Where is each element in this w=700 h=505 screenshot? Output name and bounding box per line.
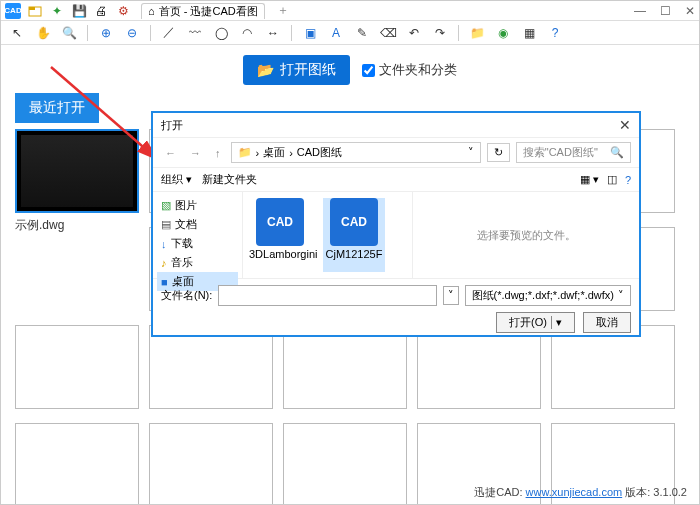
empty-slot bbox=[149, 423, 273, 505]
tree-downloads[interactable]: ↓下载 bbox=[157, 234, 238, 253]
arc-tool-icon[interactable]: ◠ bbox=[239, 25, 255, 41]
help-icon[interactable]: ? bbox=[547, 25, 563, 41]
file-label: CjM12125F bbox=[323, 248, 385, 260]
view-mode-button[interactable]: ▦ ▾ bbox=[580, 173, 599, 186]
tab-label: 首页 - 迅捷CAD看图 bbox=[159, 4, 258, 19]
empty-slot bbox=[15, 325, 139, 409]
organize-menu[interactable]: 组织 ▾ bbox=[161, 172, 192, 187]
dialog-title: 打开 bbox=[161, 118, 183, 133]
folder-icon: 📂 bbox=[257, 62, 274, 78]
toolbar: ↖ ✋ 🔍 ⊕ ⊖ ／ 〰 ◯ ◠ ↔ ▣ A ✎ ⌫ ↶ ↷ 📁 ◉ ▦ ? bbox=[1, 21, 699, 45]
address-bar[interactable]: 📁 › 桌面 › CAD图纸 ˅ bbox=[231, 142, 481, 163]
close-button[interactable]: ✕ bbox=[685, 4, 695, 18]
footer: 迅捷CAD: www.xunjiecad.com 版本: 3.1.0.2 bbox=[474, 485, 687, 500]
svg-rect-1 bbox=[29, 7, 35, 10]
path-segment[interactable]: 桌面 bbox=[263, 145, 285, 160]
nav-tree: ▧图片 ▤文档 ↓下载 ♪音乐 ■桌面 bbox=[153, 192, 243, 278]
footer-version: 版本: 3.1.0.2 bbox=[625, 486, 687, 498]
preview-pane: 选择要预览的文件。 bbox=[413, 192, 639, 278]
cursor-icon[interactable]: ↖ bbox=[9, 25, 25, 41]
folder-category-checkbox[interactable]: 文件夹和分类 bbox=[362, 61, 457, 79]
folder-category-input[interactable] bbox=[362, 64, 375, 77]
folder-category-label: 文件夹和分类 bbox=[379, 61, 457, 79]
print-icon[interactable]: 🖨 bbox=[93, 3, 109, 19]
dimension-icon[interactable]: ↔ bbox=[265, 25, 281, 41]
pan-icon[interactable]: ✋ bbox=[35, 25, 51, 41]
undo-icon[interactable]: ↶ bbox=[406, 25, 422, 41]
nav-up-button[interactable]: ↑ bbox=[211, 147, 225, 159]
help-button[interactable]: ? bbox=[625, 174, 631, 186]
home-icon: ⌂ bbox=[148, 5, 155, 17]
empty-slot bbox=[283, 423, 407, 505]
empty-slot bbox=[15, 423, 139, 505]
title-bar: CAD ✦ 💾 🖨 ⚙ ⌂ 首页 - 迅捷CAD看图 ＋ — ☐ ✕ bbox=[1, 1, 699, 21]
render-icon[interactable]: ◉ bbox=[495, 25, 511, 41]
footer-brand: 迅捷CAD: bbox=[474, 486, 522, 498]
line-tool-icon[interactable]: ／ bbox=[161, 25, 177, 41]
file-label: 3DLamborgini bbox=[249, 248, 311, 260]
file-list: CAD 3DLamborgini CAD CjM12125F bbox=[243, 192, 413, 278]
filename-label: 文件名(N): bbox=[161, 288, 212, 303]
footer-link[interactable]: www.xunjiecad.com bbox=[526, 486, 623, 498]
preview-hint: 选择要预览的文件。 bbox=[477, 228, 576, 243]
recent-thumbnail[interactable] bbox=[15, 129, 139, 213]
zoom-in-icon[interactable]: ⊕ bbox=[98, 25, 114, 41]
search-icon: 🔍 bbox=[610, 146, 624, 159]
file-item-selected[interactable]: CAD CjM12125F bbox=[323, 198, 385, 272]
open-file-icon[interactable] bbox=[27, 3, 43, 19]
circle-tool-icon[interactable]: ◯ bbox=[213, 25, 229, 41]
cad-file-icon: CAD bbox=[256, 198, 304, 246]
open-file-dialog: 打开 ✕ ← → ↑ 📁 › 桌面 › CAD图纸 ˅ ↻ 搜索"CAD图纸" … bbox=[151, 111, 641, 337]
open-button[interactable]: 打开(O)▾ bbox=[496, 312, 575, 333]
tree-documents[interactable]: ▤文档 bbox=[157, 215, 238, 234]
minimize-button[interactable]: — bbox=[634, 4, 646, 18]
open-drawing-label: 打开图纸 bbox=[280, 61, 336, 79]
polyline-tool-icon[interactable]: 〰 bbox=[187, 25, 203, 41]
cancel-button[interactable]: 取消 bbox=[583, 312, 631, 333]
nav-back-button[interactable]: ← bbox=[161, 147, 180, 159]
thumbnail-filename: 示例.dwg bbox=[15, 217, 139, 231]
cad-file-icon: CAD bbox=[330, 198, 378, 246]
recent-open-tab[interactable]: 最近打开 bbox=[15, 93, 99, 123]
maximize-button[interactable]: ☐ bbox=[660, 4, 671, 18]
layers-icon[interactable]: ▣ bbox=[302, 25, 318, 41]
tree-pictures[interactable]: ▧图片 bbox=[157, 196, 238, 215]
preview-pane-button[interactable]: ◫ bbox=[607, 173, 617, 186]
export-icon[interactable]: 📁 bbox=[469, 25, 485, 41]
file-type-filter[interactable]: 图纸(*.dwg;*.dxf;*.dwf;*.dwfx)˅ bbox=[465, 285, 631, 306]
palm-icon[interactable]: ✦ bbox=[49, 3, 65, 19]
text-icon[interactable]: A bbox=[328, 25, 344, 41]
filename-dropdown[interactable]: ˅ bbox=[443, 286, 459, 305]
folder-icon: 📁 bbox=[238, 146, 252, 159]
zoom-out-icon[interactable]: ⊖ bbox=[124, 25, 140, 41]
app-logo: CAD bbox=[5, 3, 21, 19]
search-placeholder: 搜索"CAD图纸" bbox=[523, 145, 598, 160]
redo-icon[interactable]: ↷ bbox=[432, 25, 448, 41]
file-item[interactable]: CAD 3DLamborgini bbox=[249, 198, 311, 272]
search-field[interactable]: 搜索"CAD图纸" 🔍 bbox=[516, 142, 631, 163]
zoom-window-icon[interactable]: 🔍 bbox=[61, 25, 77, 41]
open-drawing-button[interactable]: 📂 打开图纸 bbox=[243, 55, 350, 85]
settings-icon[interactable]: ⚙ bbox=[115, 3, 131, 19]
dialog-close-button[interactable]: ✕ bbox=[619, 117, 631, 133]
new-folder-button[interactable]: 新建文件夹 bbox=[202, 172, 257, 187]
path-segment[interactable]: CAD图纸 bbox=[297, 145, 342, 160]
filename-input[interactable] bbox=[218, 285, 436, 306]
edit-icon[interactable]: ✎ bbox=[354, 25, 370, 41]
document-tab[interactable]: ⌂ 首页 - 迅捷CAD看图 bbox=[141, 3, 265, 19]
new-tab-button[interactable]: ＋ bbox=[277, 2, 289, 19]
erase-icon[interactable]: ⌫ bbox=[380, 25, 396, 41]
save-icon[interactable]: 💾 bbox=[71, 3, 87, 19]
nav-forward-button[interactable]: → bbox=[186, 147, 205, 159]
cube-icon[interactable]: ▦ bbox=[521, 25, 537, 41]
tree-music[interactable]: ♪音乐 bbox=[157, 253, 238, 272]
refresh-button[interactable]: ↻ bbox=[487, 143, 510, 162]
